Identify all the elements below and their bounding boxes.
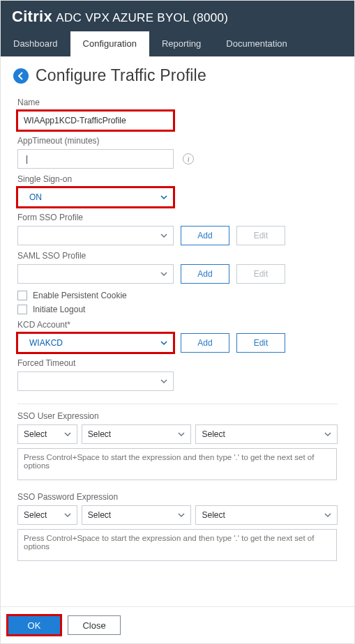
kcd-add-button[interactable]: Add [181, 333, 229, 353]
kcd-edit-button[interactable]: Edit [236, 333, 285, 353]
forced-timeout-label: Forced Timeout [17, 358, 338, 368]
sso-label: Single Sign-on [17, 174, 338, 184]
form-sso-select[interactable] [17, 226, 174, 245]
persistent-cookie-label: Enable Persistent Cookie [33, 291, 127, 300]
back-button[interactable] [13, 68, 29, 84]
chevron-down-icon [160, 232, 167, 239]
tab-reporting[interactable]: Reporting [149, 31, 213, 56]
chevron-down-icon [160, 270, 167, 277]
saml-sso-label: SAML SSO Profile [17, 251, 338, 261]
pwd-expr-select-1[interactable]: Select [17, 505, 77, 525]
chevron-down-icon [324, 512, 331, 519]
apptimeout-label: AppTimeout (minutes) [17, 136, 338, 146]
persistent-cookie-checkbox[interactable] [17, 291, 27, 300]
tab-configuration[interactable]: Configuration [70, 31, 149, 56]
forced-timeout-select[interactable] [17, 371, 174, 391]
app-header: Citrix ADC VPX AZURE BYOL (8000) [1, 1, 354, 31]
chevron-down-icon [178, 512, 185, 519]
user-expr-select-2[interactable]: Select [82, 424, 192, 444]
select-placeholder: Select [88, 429, 111, 439]
form-sso-label: Form SSO Profile [17, 213, 338, 222]
pwd-expr-textarea[interactable] [17, 529, 337, 561]
sso-value: ON [24, 192, 42, 202]
sso-pwd-expr-label: SSO Password Expression [17, 492, 338, 502]
ok-button[interactable]: OK [8, 615, 61, 635]
chevron-down-icon [160, 378, 167, 385]
select-placeholder: Select [88, 510, 111, 520]
sso-user-expr-label: SSO User Expression [17, 411, 338, 421]
main-tabs: Dashboard Configuration Reporting Docume… [1, 31, 354, 56]
tab-dashboard[interactable]: Dashboard [1, 31, 70, 56]
tab-documentation[interactable]: Documentation [213, 31, 299, 56]
brand-name: Citrix [12, 8, 52, 25]
pwd-expr-select-3[interactable]: Select [195, 505, 338, 525]
info-icon[interactable]: i [183, 153, 194, 164]
chevron-down-icon [178, 431, 185, 438]
sso-select[interactable]: ON [17, 187, 174, 207]
chevron-down-icon [160, 194, 167, 201]
back-arrow-icon [17, 72, 25, 80]
chevron-down-icon [324, 431, 331, 438]
saml-sso-add-button[interactable]: Add [181, 264, 229, 284]
chevron-down-icon [64, 431, 71, 438]
initiate-logout-label: Initiate Logout [33, 305, 85, 314]
user-expr-select-3[interactable]: Select [195, 424, 338, 444]
form-sso-edit-button: Edit [236, 226, 285, 245]
user-expr-textarea[interactable] [17, 448, 337, 480]
kcd-label: KCD Account* [17, 320, 338, 330]
form-sso-add-button[interactable]: Add [181, 226, 229, 245]
pwd-expr-select-2[interactable]: Select [82, 505, 192, 525]
name-input[interactable] [17, 111, 174, 130]
chevron-down-icon [64, 512, 71, 519]
name-label: Name [17, 98, 338, 107]
initiate-logout-checkbox[interactable] [17, 305, 27, 314]
divider [17, 404, 338, 404]
chevron-down-icon [160, 339, 167, 346]
product-name: ADC VPX AZURE BYOL (8000) [56, 11, 228, 24]
select-placeholder: Select [24, 429, 47, 439]
page-title: Configure Traffic Profile [36, 66, 206, 85]
select-placeholder: Select [202, 510, 225, 520]
kcd-value: WIAKCD [24, 338, 63, 348]
select-placeholder: Select [202, 429, 225, 439]
saml-sso-edit-button: Edit [236, 264, 285, 284]
apptimeout-input[interactable] [17, 149, 174, 169]
saml-sso-select[interactable] [17, 264, 174, 284]
footer: OK Close [1, 606, 354, 643]
user-expr-select-1[interactable]: Select [17, 424, 77, 444]
kcd-select[interactable]: WIAKCD [17, 333, 174, 353]
select-placeholder: Select [24, 510, 47, 520]
close-button[interactable]: Close [68, 615, 121, 635]
